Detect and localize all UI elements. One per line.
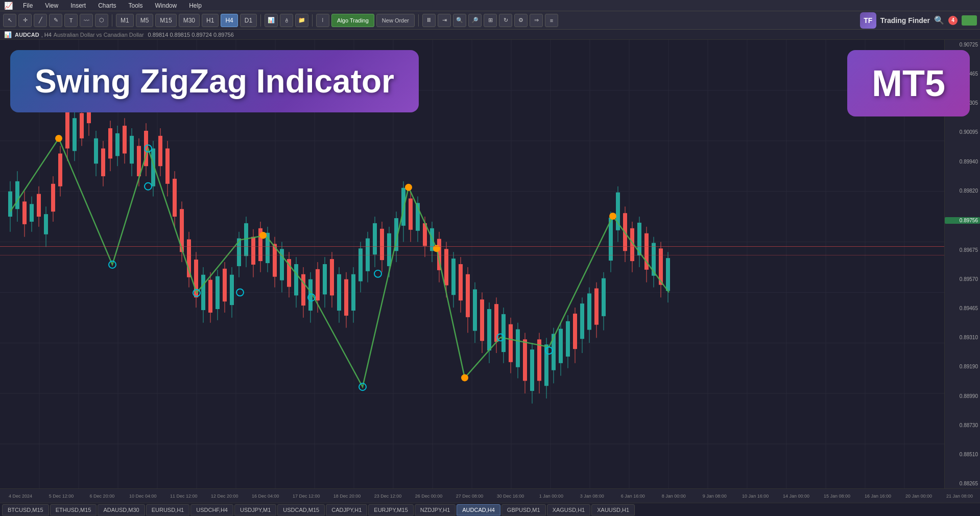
time-label-5: 11 Dec 12:00 [163,494,204,499]
sym-tab-ethusd[interactable]: ETHUSD,M15 [50,504,97,515]
time-label-21: 15 Jan 08:00 [817,494,857,499]
svg-rect-121 [323,264,327,294]
line-tool[interactable]: ╱ [34,14,47,27]
menu-window[interactable]: Window [153,2,179,9]
chart-type-btn[interactable]: 📊 [265,14,278,27]
sym-tab-adausd[interactable]: ADAUSD,M30 [98,504,145,515]
tf-d1[interactable]: D1 [240,14,257,27]
svg-rect-189 [566,321,570,357]
price-label-7: 0.89675 [945,247,980,253]
svg-rect-195 [587,293,591,330]
crosshair-tool[interactable]: ✛ [18,14,32,27]
price-label-5: 0.89940 [945,159,980,165]
svg-point-224 [609,213,616,220]
svg-rect-89 [208,280,212,313]
separator-1 [112,14,112,27]
tf-h4[interactable]: H4 [221,14,237,27]
time-label-8: 17 Dec 12:00 [286,494,327,499]
menu-tools[interactable]: Tools [127,2,145,9]
svg-rect-167 [487,309,491,350]
zoom-out-btn[interactable]: 🔎 [468,14,482,27]
price-label-current: 0.89756 [945,217,980,224]
sym-tab-xauusd[interactable]: XAUUSD,H1 [591,504,635,515]
sym-tab-eurusd[interactable]: EURUSD,H1 [146,504,190,515]
svg-rect-177 [523,339,527,381]
tf-m30[interactable]: M30 [179,14,200,27]
sym-tab-cadjpy[interactable]: CADJPY,H1 [326,504,367,515]
settings-btn[interactable]: ⚙ [514,14,528,27]
indicator-tool[interactable]: 〰 [80,14,93,27]
tf-h1[interactable]: H1 [202,14,219,27]
tf-search-icon[interactable]: 🔍 [934,15,944,25]
svg-rect-119 [316,269,320,300]
svg-rect-125 [337,274,341,311]
draw-tool[interactable]: ✎ [49,14,62,27]
svg-rect-91 [216,276,220,309]
grid-btn[interactable]: ⊞ [484,14,497,27]
svg-rect-161 [466,274,470,317]
svg-rect-79 [173,179,177,217]
svg-point-225 [374,270,381,277]
chart-style-btn[interactable]: 🕯 [280,14,293,27]
sym-tab-usdchf[interactable]: USDCHF,H4 [190,504,233,515]
refresh-btn[interactable]: ↻ [499,14,512,27]
period-separator-btn[interactable]: ⁞ [316,14,329,27]
svg-rect-33 [8,192,12,217]
price-label-12: 0.88990 [945,393,980,399]
depth-btn[interactable]: ≡ [545,14,558,27]
time-label-19: 10 Jan 16:00 [735,494,776,499]
tf-m5[interactable]: M5 [136,14,154,27]
time-label-13: 30 Dec 16:00 [490,494,531,499]
chart-container[interactable]: Swing ZigZag Indicator MT5 [0,40,980,488]
price-label-9: 0.89465 [945,306,980,311]
sym-tab-btcusd[interactable]: BTCUSD,M15 [2,504,49,515]
object-tool[interactable]: ⬡ [95,14,108,27]
svg-rect-65 [123,126,127,153]
new-order-btn[interactable]: New Order [376,14,415,27]
price-label-15: 0.88265 [945,481,980,486]
sym-tab-usdcad[interactable]: USDCAD,M15 [277,504,325,515]
menu-insert[interactable]: Insert [68,2,88,9]
sym-tab-gbpusd[interactable]: GBPUSD,M1 [501,504,546,515]
svg-rect-187 [559,329,563,363]
indicators-btn[interactable]: Ⅲ [422,14,436,27]
sym-tab-usdjpy[interactable]: USDJPY,M1 [234,504,276,515]
cursor-tool[interactable]: ↖ [3,14,16,27]
menu-file[interactable]: File [21,2,35,9]
text-tool[interactable]: T [64,14,78,27]
tf-m1[interactable]: M1 [116,14,134,27]
svg-rect-157 [451,259,456,295]
menu-help[interactable]: Help [187,2,204,9]
sym-tab-xagusd[interactable]: XAGUSD,H1 [547,504,591,515]
template-btn[interactable]: 📁 [295,14,308,27]
chart-shift-btn[interactable]: ⇥ [438,14,451,27]
time-label-14: 1 Jan 00:00 [531,494,571,499]
time-label-11: 26 Dec 00:00 [409,494,449,499]
svg-rect-131 [358,248,363,281]
separator-4 [418,14,419,27]
svg-rect-41 [37,194,41,217]
tf-m15[interactable]: M15 [155,14,176,27]
sym-tab-audcad[interactable]: AUDCAD,H4 [457,504,500,515]
reference-line-1 [0,246,944,247]
chart-forward-btn[interactable]: ⇒ [530,14,543,27]
price-label-13: 0.88730 [945,423,980,428]
menu-view[interactable]: View [43,2,60,9]
toolbar: ↖ ✛ ╱ ✎ T 〰 ⬡ M1 M5 M15 M30 H1 H4 D1 📊 🕯… [0,11,980,30]
sym-tab-eurjpy[interactable]: EURJPY,M15 [368,504,413,515]
chart-tf-label: , H4 [41,32,52,38]
sym-tab-nzdjpy[interactable]: NZDJPY,H1 [415,504,456,515]
svg-rect-67 [130,136,134,163]
svg-rect-47 [58,153,62,186]
time-label-6: 12 Dec 20:00 [204,494,245,499]
chart-description: Australian Dollar vs Canadian Dollar [54,32,144,38]
svg-rect-113 [294,264,298,295]
time-label-17: 8 Jan 00:00 [653,494,694,499]
zoom-in-btn[interactable]: 🔍 [453,14,466,27]
chart-ohlc: 0.89814 0.89815 0.89724 0.89756 [148,32,234,38]
svg-rect-171 [501,314,506,352]
notification-badge[interactable]: 4 [948,16,958,25]
menu-charts[interactable]: Charts [96,2,118,9]
algo-trading-btn[interactable]: Algo Trading [331,14,374,27]
reference-line-2 [0,255,944,255]
